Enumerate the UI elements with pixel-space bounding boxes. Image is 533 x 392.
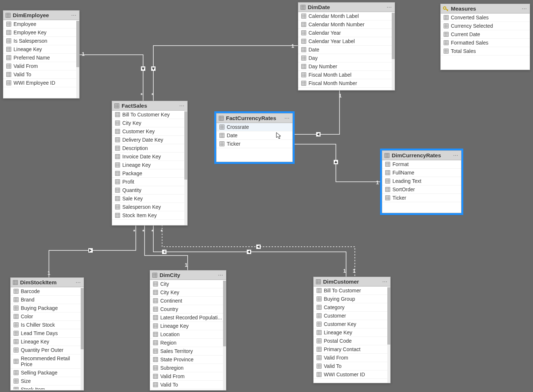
field-row[interactable]: Sales Territory bbox=[150, 347, 226, 356]
scrollbar[interactable] bbox=[387, 287, 390, 383]
more-icon[interactable]: ⋯ bbox=[522, 6, 528, 12]
field-row[interactable]: Current Date bbox=[441, 30, 530, 39]
field-row[interactable]: City Key bbox=[112, 119, 187, 127]
field-row[interactable]: Salesperson Key bbox=[112, 203, 187, 211]
field-row[interactable]: Lineage Key bbox=[112, 161, 187, 169]
table-measures[interactable]: Measures⋯Converted SalesCurrency Selecte… bbox=[440, 4, 530, 70]
field-row[interactable]: Format bbox=[382, 160, 461, 169]
field-row[interactable]: Ticker bbox=[216, 140, 292, 148]
field-row[interactable]: Quantity Per Outer bbox=[11, 346, 84, 354]
field-row[interactable]: Day Number bbox=[298, 62, 395, 71]
field-row[interactable]: Postal Code bbox=[314, 337, 390, 345]
field-row[interactable]: Valid From bbox=[150, 372, 226, 381]
field-row[interactable]: Bill To Customer bbox=[314, 287, 390, 295]
field-row[interactable]: Employee bbox=[3, 20, 79, 28]
field-row[interactable]: Stock Item bbox=[11, 385, 84, 389]
field-row[interactable]: FullName bbox=[382, 169, 461, 177]
scrollbar[interactable] bbox=[184, 111, 187, 225]
field-row[interactable]: Calendar Year bbox=[298, 29, 395, 37]
table-header[interactable]: DimCity⋯ bbox=[150, 270, 226, 280]
field-row[interactable]: Preferred Name bbox=[3, 54, 79, 62]
field-row[interactable]: WWI Employee ID bbox=[3, 79, 79, 87]
scrollbar[interactable] bbox=[76, 21, 79, 98]
field-row[interactable]: SortOrder bbox=[382, 185, 461, 194]
field-row[interactable]: Description bbox=[112, 144, 187, 153]
field-row[interactable]: Primary Contact bbox=[314, 345, 390, 354]
field-row[interactable]: Date bbox=[298, 46, 395, 54]
table-factSales[interactable]: FactSales⋯Bill To Customer KeyCity KeyCu… bbox=[112, 101, 188, 226]
more-icon[interactable]: ⋯ bbox=[76, 280, 81, 285]
field-row[interactable]: Is Salesperson bbox=[3, 37, 79, 45]
field-row[interactable]: Crossrate bbox=[216, 123, 292, 131]
table-header[interactable]: FactCurrencyRates⋯ bbox=[216, 114, 292, 123]
more-icon[interactable]: ⋯ bbox=[382, 279, 388, 285]
field-row[interactable]: Recommended Retail Price bbox=[11, 354, 84, 369]
table-dimCustomer[interactable]: DimCustomer⋯Bill To CustomerBuying Group… bbox=[313, 277, 391, 383]
scrollbar-thumb[interactable] bbox=[223, 281, 226, 346]
field-row[interactable]: Stock Item Key bbox=[112, 211, 187, 220]
field-row[interactable]: City Key bbox=[150, 288, 226, 297]
scrollbar-thumb[interactable] bbox=[387, 287, 390, 345]
field-row[interactable]: Country bbox=[150, 305, 226, 314]
table-header[interactable]: DimCustomer⋯ bbox=[314, 277, 390, 287]
field-row[interactable]: Customer Key bbox=[314, 320, 390, 328]
field-row[interactable]: Lineage Key bbox=[11, 338, 84, 346]
table-dimCity[interactable]: DimCity⋯CityCity KeyContinentCountryLate… bbox=[150, 270, 226, 391]
table-header[interactable]: Measures⋯ bbox=[441, 4, 530, 14]
field-row[interactable]: Leading Text bbox=[382, 177, 461, 185]
table-header[interactable]: DimCurrencyRates⋯ bbox=[382, 151, 461, 160]
field-row[interactable]: Lineage Key bbox=[314, 328, 390, 337]
field-row[interactable]: City bbox=[150, 280, 226, 288]
field-row[interactable]: Color bbox=[11, 312, 84, 321]
field-row[interactable]: Valid From bbox=[3, 62, 79, 70]
table-dimCurrencyRates[interactable]: DimCurrencyRates⋯FormatFullNameLeading T… bbox=[382, 150, 461, 213]
field-row[interactable]: Customer Key bbox=[112, 127, 187, 136]
more-icon[interactable]: ⋯ bbox=[453, 153, 459, 158]
field-row[interactable]: Lineage Key bbox=[150, 322, 226, 330]
table-header[interactable]: DimEmployee⋯ bbox=[3, 11, 79, 20]
table-header[interactable]: DimStockItem⋯ bbox=[11, 278, 84, 287]
field-row[interactable]: WWI Customer ID bbox=[314, 370, 390, 379]
field-row[interactable]: Buying Group bbox=[314, 295, 390, 303]
field-row[interactable]: Converted Sales bbox=[441, 14, 530, 22]
field-row[interactable]: Employee Key bbox=[3, 28, 79, 37]
field-row[interactable]: Package bbox=[112, 169, 187, 178]
field-row[interactable]: Formatted Sales bbox=[441, 39, 530, 47]
field-row[interactable]: Brand bbox=[11, 296, 84, 304]
table-header[interactable]: DimDate⋯ bbox=[298, 3, 395, 12]
field-row[interactable]: Sale Key bbox=[112, 195, 187, 203]
field-row[interactable]: Customer bbox=[314, 312, 390, 320]
field-row[interactable]: Invoice Date Key bbox=[112, 153, 187, 161]
field-row[interactable]: Continent bbox=[150, 297, 226, 305]
field-row[interactable]: Calendar Month Number bbox=[298, 20, 395, 29]
scrollbar-thumb[interactable] bbox=[184, 111, 187, 180]
field-row[interactable]: Location bbox=[150, 330, 226, 339]
more-icon[interactable]: ⋯ bbox=[218, 272, 224, 278]
field-row[interactable]: Bill To Customer Key bbox=[112, 111, 187, 119]
field-row[interactable]: State Province bbox=[150, 356, 226, 364]
field-row[interactable]: Size bbox=[11, 377, 84, 385]
field-row[interactable]: Latest Recorded Populati... bbox=[150, 314, 226, 322]
table-dimStockItem[interactable]: DimStockItem⋯BarcodeBrandBuying PackageC… bbox=[10, 277, 84, 391]
scrollbar[interactable] bbox=[81, 288, 84, 390]
table-factCurrencyRates[interactable]: FactCurrencyRates⋯CrossrateDateTicker bbox=[216, 113, 293, 162]
scrollbar-thumb[interactable] bbox=[392, 13, 395, 59]
field-row[interactable]: Day bbox=[298, 54, 395, 62]
field-row[interactable]: Barcode bbox=[11, 287, 84, 296]
field-row[interactable]: Lead Time Days bbox=[11, 329, 84, 338]
field-row[interactable]: Total Sales bbox=[441, 47, 530, 55]
field-row[interactable]: Valid To bbox=[3, 70, 79, 79]
scrollbar[interactable] bbox=[392, 13, 395, 90]
field-row[interactable]: Valid From bbox=[314, 354, 390, 362]
field-row[interactable]: Delivery Date Key bbox=[112, 136, 187, 144]
field-row[interactable]: Currency Selected bbox=[441, 22, 530, 30]
field-row[interactable]: Buying Package bbox=[11, 304, 84, 312]
field-row[interactable]: Profit bbox=[112, 178, 187, 186]
field-row[interactable]: Subregion bbox=[150, 364, 226, 372]
table-header[interactable]: FactSales⋯ bbox=[112, 101, 187, 111]
field-row[interactable]: Region bbox=[150, 339, 226, 347]
field-row[interactable]: Calendar Month Label bbox=[298, 12, 395, 20]
field-row[interactable]: Date bbox=[216, 131, 292, 140]
table-dimDate[interactable]: DimDate⋯Calendar Month LabelCalendar Mon… bbox=[298, 2, 395, 91]
scrollbar-thumb[interactable] bbox=[81, 288, 84, 349]
